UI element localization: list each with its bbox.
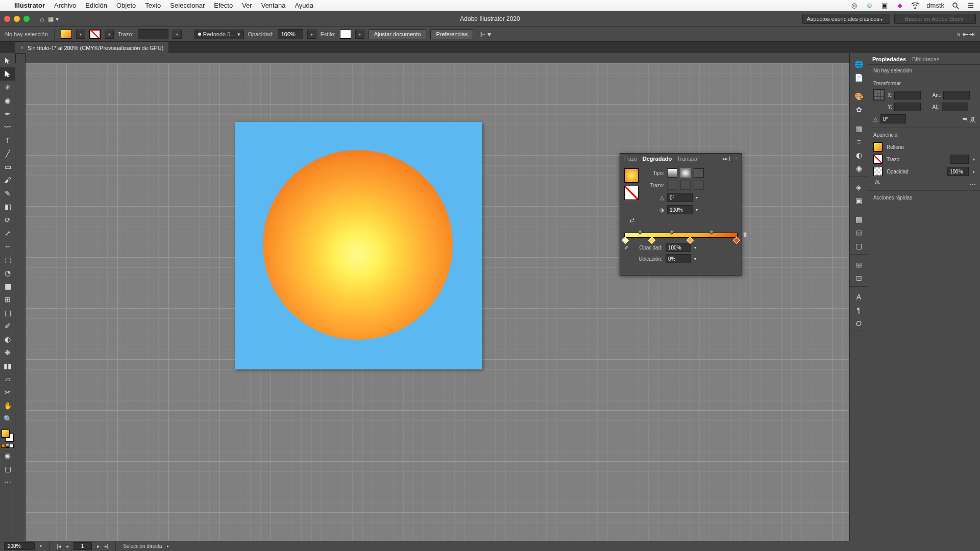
minimize-button[interactable] bbox=[14, 16, 20, 22]
obs-icon[interactable]: ◎ bbox=[850, 2, 858, 10]
stop-opacity-dropdown[interactable]: ▾ bbox=[694, 245, 696, 250]
scale-tool[interactable]: ⤢ bbox=[0, 227, 15, 240]
appearance-opacity-swatch[interactable] bbox=[873, 167, 883, 176]
panel-tab-transpar[interactable]: Transpar bbox=[677, 156, 699, 162]
close-tab-icon[interactable]: × bbox=[20, 45, 23, 51]
aspect-dropdown[interactable]: ▾ bbox=[696, 208, 698, 212]
dock-layers-icon[interactable]: ▤ bbox=[853, 213, 865, 226]
hand-tool[interactable]: ✋ bbox=[0, 399, 15, 412]
screen-mode[interactable]: ▢ bbox=[0, 462, 15, 475]
search-icon[interactable] bbox=[951, 2, 960, 10]
reverse-gradient-icon[interactable]: ⇄ bbox=[624, 216, 640, 223]
zoom-field[interactable] bbox=[4, 542, 35, 550]
appearance-more-icon[interactable]: ⋯ bbox=[970, 181, 976, 188]
document-tab[interactable]: × Sin título-1* al 200% (CMYK/Previsuali… bbox=[15, 42, 168, 53]
nav-next-icon[interactable]: ▸ bbox=[97, 543, 100, 549]
menu-objeto[interactable]: Objeto bbox=[116, 2, 136, 9]
menu-ver[interactable]: Ver bbox=[242, 2, 252, 9]
eraser-tool[interactable]: ◧ bbox=[0, 200, 15, 213]
slice-tool[interactable]: ✂ bbox=[0, 386, 15, 399]
rotate-field[interactable] bbox=[880, 114, 906, 123]
dock-stroke-icon[interactable]: ≡ bbox=[853, 136, 865, 148]
panel-tab-trazo[interactable]: Trazo bbox=[623, 156, 638, 162]
gradient-angle-field[interactable] bbox=[667, 193, 693, 202]
flip-h-icon[interactable]: ⇋ bbox=[963, 116, 967, 122]
dock-asset-export-icon[interactable]: ⊡ bbox=[853, 227, 865, 239]
opacity-dd[interactable]: ▸ bbox=[973, 169, 975, 174]
ruler-vertical[interactable] bbox=[15, 53, 26, 541]
gradient-circle-object[interactable] bbox=[263, 150, 453, 340]
dock-color-icon[interactable]: 🌐 bbox=[853, 58, 865, 70]
dock-paragraph-icon[interactable]: ¶ bbox=[853, 304, 865, 316]
line-tool[interactable]: ╱ bbox=[0, 147, 15, 160]
panel-tab-degradado[interactable]: Degradado bbox=[643, 156, 672, 162]
appearance-opacity-field[interactable] bbox=[947, 167, 969, 176]
gradient-aspect-field[interactable] bbox=[667, 205, 693, 214]
selection-tool[interactable] bbox=[0, 54, 15, 67]
gradient-stroke-preview[interactable] bbox=[624, 186, 639, 200]
user-name[interactable]: dmstk bbox=[926, 2, 944, 9]
nav-last-icon[interactable]: ▸| bbox=[105, 543, 109, 549]
fill-swatch[interactable] bbox=[61, 30, 72, 39]
maximize-button[interactable] bbox=[23, 16, 30, 22]
transform-more-icon[interactable]: ⋯ bbox=[970, 118, 976, 126]
status-icon-1[interactable]: ⊚ bbox=[865, 2, 873, 10]
stroke-dropdown[interactable]: ▾ bbox=[105, 30, 114, 39]
stop-opacity-field[interactable] bbox=[666, 243, 691, 252]
direct-selection-tool[interactable] bbox=[0, 67, 15, 81]
dock-opentype-icon[interactable]: O bbox=[853, 317, 865, 330]
menu-seleccionar[interactable]: Seleccionar bbox=[170, 2, 205, 9]
height-field[interactable] bbox=[942, 103, 968, 111]
fill-color-box[interactable] bbox=[2, 430, 10, 438]
stroke-weight-dropdown[interactable]: ▾ bbox=[173, 30, 182, 39]
fx-icon[interactable]: fx. bbox=[873, 179, 883, 185]
panel-menu-icon[interactable]: ≡ bbox=[736, 156, 739, 162]
appearance-fill-swatch[interactable] bbox=[873, 142, 883, 152]
opacity-dropdown[interactable]: ▸ bbox=[307, 30, 316, 39]
panel-expand-icon[interactable]: ⇤⇥ bbox=[963, 30, 975, 38]
camera-icon[interactable]: ▣ bbox=[880, 2, 889, 10]
dock-symbols-icon[interactable]: ▦ bbox=[853, 122, 865, 135]
freeform-gradient-btn[interactable] bbox=[694, 168, 704, 178]
width-tool[interactable]: ↔ bbox=[0, 240, 15, 253]
fill-stroke-control[interactable] bbox=[2, 430, 14, 442]
menu-archivo[interactable]: Archivo bbox=[54, 2, 76, 9]
rectangle-tool[interactable]: ▭ bbox=[0, 160, 15, 173]
home-icon[interactable]: ⌂ bbox=[40, 15, 44, 23]
menu-texto[interactable]: Texto bbox=[145, 2, 161, 9]
magic-wand-tool[interactable]: ✳ bbox=[0, 81, 15, 94]
delete-stop-icon[interactable]: 🗑 bbox=[743, 232, 748, 237]
app-icon[interactable]: ◆ bbox=[896, 2, 904, 10]
stop-color-eyedropper[interactable]: ✐ bbox=[624, 245, 628, 251]
panel-toggle-icon[interactable]: » bbox=[957, 30, 961, 38]
dock-pathfinder-icon[interactable]: ⊡ bbox=[853, 272, 865, 284]
props-tab-bibliotecas[interactable]: Bibliotecas bbox=[912, 56, 939, 62]
dock-graphic-styles-icon[interactable]: ▣ bbox=[853, 194, 865, 207]
page-number-field[interactable] bbox=[74, 542, 92, 550]
width-field[interactable] bbox=[943, 91, 970, 99]
blend-tool[interactable]: ◐ bbox=[0, 333, 15, 346]
menu-icon[interactable]: ☰ bbox=[967, 2, 975, 10]
workspace-switcher[interactable]: Aspectos esenciales clásicos bbox=[802, 14, 890, 24]
gradient-slider[interactable]: 🗑 bbox=[624, 233, 738, 240]
stop-location-field[interactable] bbox=[666, 254, 691, 263]
perspective-grid-tool[interactable]: ▦ bbox=[0, 280, 15, 293]
curvature-tool[interactable]: 〰 bbox=[0, 120, 15, 134]
stroke-weight-dd[interactable]: ▾ bbox=[973, 157, 975, 162]
dock-gradient-icon[interactable]: ◐ bbox=[853, 149, 865, 161]
linear-gradient-btn[interactable] bbox=[667, 168, 677, 178]
draw-mode-normal[interactable]: ◉ bbox=[0, 449, 15, 462]
fill-dropdown[interactable]: ▾ bbox=[76, 30, 85, 39]
preferences-button[interactable]: Preferencias bbox=[430, 29, 473, 39]
x-field[interactable] bbox=[894, 91, 921, 99]
ruler-horizontal[interactable] bbox=[26, 53, 849, 63]
artboard-tool[interactable]: ▱ bbox=[0, 372, 15, 386]
canvas[interactable]: Trazo Degradado Transpar ▸▸ | ≡ ⇄ Tipo: bbox=[15, 53, 849, 541]
brush-def-dropdown[interactable]: Redondo 5... ▾ bbox=[194, 30, 244, 39]
stop-location-dropdown[interactable]: ▾ bbox=[694, 257, 696, 261]
nav-prev-icon[interactable]: ◂ bbox=[66, 543, 68, 549]
menu-ventana[interactable]: Ventana bbox=[261, 2, 286, 9]
symbol-sprayer-tool[interactable]: ❋ bbox=[0, 346, 15, 359]
dock-color-guide-icon[interactable]: 📄 bbox=[853, 71, 865, 84]
type-tool[interactable]: T bbox=[0, 134, 15, 147]
